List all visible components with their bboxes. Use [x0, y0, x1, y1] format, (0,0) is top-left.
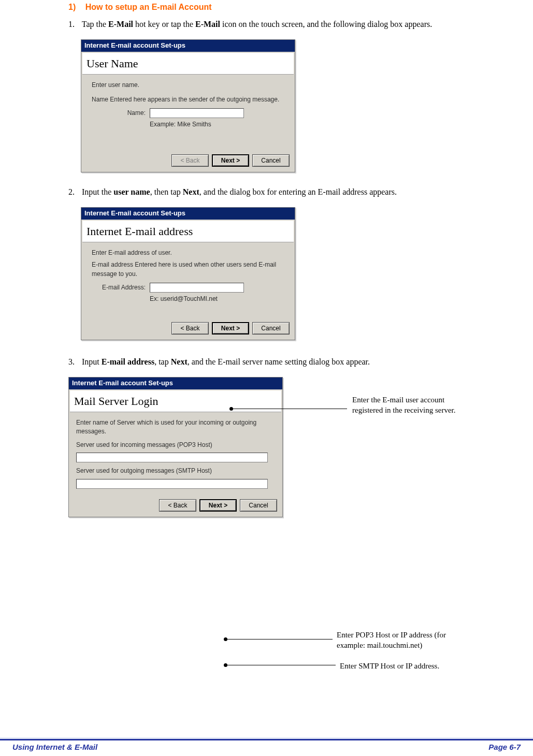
dialog-titlebar: Internet E-mail account Set-ups — [81, 40, 295, 52]
step-2: 2. Input the user name, then tap Next, a… — [68, 186, 462, 198]
step-2-bold-1: user name — [113, 187, 150, 196]
step-3-bold-1: E-mail address — [102, 357, 154, 366]
step-1: 1. Tap the E-Mail hot key or tap the E-M… — [68, 18, 462, 30]
back-button[interactable]: < Back — [171, 154, 209, 167]
cancel-button[interactable]: Cancel — [252, 154, 290, 167]
callout-line-email — [233, 409, 347, 409]
step-3-bold-2: Next — [171, 357, 188, 366]
dialog-mail-server: Internet E-mail account Set-ups Mail Ser… — [68, 377, 283, 517]
step-1-text-a: Tap the — [82, 20, 108, 28]
footer-left: Using Internet & E-Mail — [12, 742, 97, 753]
footer-rule — [0, 737, 533, 740]
callout-line-pop3 — [227, 639, 333, 639]
name-input[interactable] — [150, 108, 244, 118]
callout-dot-pop3 — [224, 637, 227, 641]
email-field-label: E-mail Address: — [92, 283, 150, 292]
email-input[interactable] — [150, 283, 244, 293]
callout-text-pop3: Enter POP3 Host or IP address (for examp… — [337, 630, 471, 651]
smtp-input[interactable] — [76, 479, 268, 489]
dialog-body: Enter user name. Name Entered here appea… — [81, 76, 295, 151]
callout-text-smtp: Enter SMTP Host or IP address. — [340, 661, 474, 671]
name-example: Example: Mike Smiths — [150, 120, 287, 129]
callout-text-email: Enter the E-mail user account registered… — [352, 395, 466, 416]
dialog-titlebar: Internet E-mail account Set-ups — [69, 377, 282, 389]
page-footer: Using Internet & E-Mail Page 6-7 — [12, 742, 521, 753]
step-2-text-c: , then tap — [150, 187, 183, 196]
callout-dot-email — [229, 407, 233, 411]
dialog-titlebar: Internet E-mail account Set-ups — [81, 208, 295, 220]
name-field-label: Name: — [92, 109, 150, 118]
dialog-line-1: Enter name of Server which is used for y… — [76, 418, 275, 437]
next-button[interactable]: Next > — [212, 154, 249, 167]
footer-right: Page 6-7 — [488, 742, 521, 753]
next-button[interactable]: Next > — [199, 499, 237, 512]
content-column: 1) How to setup an E-mail Account 1. Tap… — [68, 1, 462, 517]
dialog-line-1: Enter E-mail address of user. — [92, 249, 287, 257]
step-3: 3. Input E-mail address, tap Next, and t… — [68, 356, 462, 368]
step-3-text-a: Input — [82, 357, 102, 366]
dialog-body: Enter E-mail address of user. E-mail add… — [81, 243, 295, 319]
dialog-line-2: Name Entered here appears in the sender … — [92, 95, 287, 104]
pop3-label: Server used for incoming messages (POP3 … — [76, 441, 275, 449]
step-1-bold-2: E-Mail — [195, 20, 220, 28]
dialog-buttons: < Back Next > Cancel — [81, 151, 295, 172]
dialog-heading: Internet E-mail address — [82, 221, 294, 242]
section-heading: 1) How to setup an E-mail Account — [68, 1, 462, 13]
step-2-bold-2: Next — [183, 187, 199, 196]
page: 1) How to setup an E-mail Account 1. Tap… — [0, 0, 533, 756]
back-button[interactable]: < Back — [159, 499, 196, 512]
email-field-row: E-mail Address: — [92, 283, 287, 293]
dialog-email-address: Internet E-mail account Set-ups Internet… — [81, 207, 295, 340]
step-2-text-e: , and the dialog box for entering an E-m… — [199, 187, 397, 196]
pop3-input[interactable] — [76, 453, 268, 462]
step-2-text-a: Input the — [82, 187, 113, 196]
step-1-text-e: icon on the touch screen, and the follow… — [220, 20, 432, 28]
section-heading-number: 1) — [68, 3, 76, 11]
email-example: Ex: userid@TouchMI.net — [150, 295, 287, 303]
step-1-text-c: hot key or tap the — [133, 20, 195, 28]
dialog-heading: User Name — [82, 53, 294, 75]
step-2-number: 2. — [68, 186, 80, 198]
dialog-buttons: < Back Next > Cancel — [69, 496, 282, 517]
section-heading-text: How to setup an E-mail Account — [85, 3, 212, 11]
step-1-bold-1: E-Mail — [108, 20, 133, 28]
name-field-row: Name: — [92, 108, 287, 118]
dialog-buttons: < Back Next > Cancel — [81, 319, 295, 340]
dialog-user-name: Internet E-mail account Set-ups User Nam… — [81, 39, 295, 172]
step-3-text-e: , and the E-mail server name setting dia… — [188, 357, 370, 366]
back-button[interactable]: < Back — [171, 322, 209, 335]
dialog-body: Enter name of Server which is used for y… — [69, 413, 282, 496]
cancel-button[interactable]: Cancel — [252, 322, 290, 335]
step-3-number: 3. — [68, 356, 80, 368]
callout-dot-smtp — [224, 663, 227, 667]
step-1-number: 1. — [68, 18, 80, 30]
dialog-line-2: E-mail address Entered here is used when… — [92, 260, 287, 279]
next-button[interactable]: Next > — [212, 322, 249, 335]
dialog-line-1: Enter user name. — [92, 81, 287, 90]
step-3-text-c: , tap — [154, 357, 171, 366]
smtp-label: Server used for outgoing messages (SMTP … — [76, 467, 275, 475]
callout-line-smtp — [227, 665, 336, 665]
cancel-button[interactable]: Cancel — [240, 499, 277, 512]
